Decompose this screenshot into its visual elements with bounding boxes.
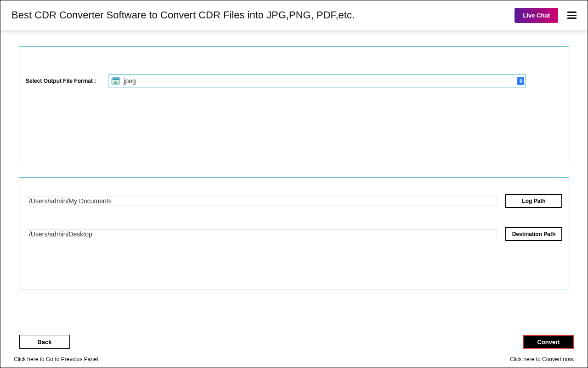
- destination-path-input[interactable]: [26, 229, 497, 239]
- destination-path-button[interactable]: Destination Path: [505, 227, 562, 241]
- back-hint: Click here to Go to Previous Panel: [14, 356, 98, 362]
- convert-hint: Click here to Convert now.: [510, 356, 574, 362]
- svg-rect-1: [113, 78, 119, 80]
- footer-left: Back Click here to Go to Previous Panel: [14, 335, 98, 362]
- log-path-row: Log Path: [26, 194, 562, 208]
- content: Select Output File Format : jpeg Log Pat…: [0, 30, 588, 289]
- output-format-select[interactable]: jpeg: [108, 75, 526, 87]
- footer: Back Click here to Go to Previous Panel …: [0, 335, 588, 362]
- paths-panel: Log Path Destination Path: [19, 177, 569, 289]
- output-format-value: jpeg: [124, 77, 136, 85]
- image-file-icon: [111, 77, 121, 85]
- output-format-label: Select Output File Format :: [26, 78, 96, 84]
- destination-path-row: Destination Path: [26, 227, 562, 241]
- menu-icon[interactable]: [567, 12, 577, 19]
- chevron-updown-icon: [517, 77, 524, 85]
- output-format-row: Select Output File Format : jpeg: [26, 75, 562, 87]
- header: Best CDR Converter Software to Convert C…: [0, 0, 588, 30]
- log-path-input[interactable]: [26, 196, 497, 206]
- back-button[interactable]: Back: [19, 335, 70, 349]
- output-format-panel: Select Output File Format : jpeg: [19, 46, 569, 164]
- page-title: Best CDR Converter Software to Convert C…: [11, 9, 355, 21]
- footer-right: Convert Click here to Convert now.: [510, 335, 574, 362]
- convert-button[interactable]: Convert: [523, 335, 574, 349]
- header-actions: Live Chat: [514, 8, 577, 23]
- live-chat-button[interactable]: Live Chat: [514, 8, 558, 23]
- log-path-button[interactable]: Log Path: [505, 194, 562, 208]
